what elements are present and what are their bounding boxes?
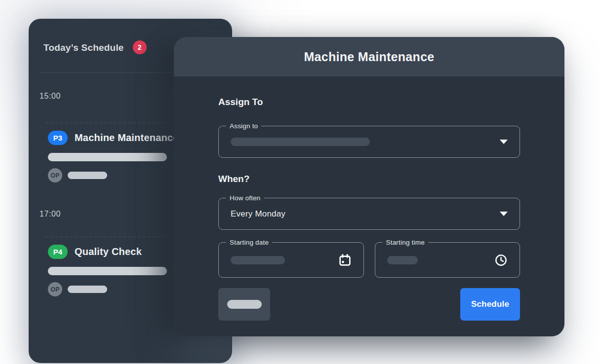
modal-actions: Schedule [218,288,520,321]
modal-body: Assign To Assign to When? How often Ever… [174,76,564,321]
starting-date-field[interactable]: Starting date [218,242,364,278]
notification-badge: 2 [133,40,147,54]
priority-badge: P4 [48,245,68,259]
field-label: Starting date [226,238,272,247]
skeleton-text-bar [68,286,107,293]
schedule-button[interactable]: Schedule [460,288,520,321]
skeleton-label-bar [227,300,262,309]
timeline-divider [45,236,165,237]
calendar-icon[interactable] [338,254,352,267]
panel-title: Today’s Schedule [43,42,124,53]
field-label: Assign to [226,121,261,131]
section-heading-when: When? [218,173,520,184]
secondary-skeleton-button[interactable] [218,288,270,321]
skeleton-text-bar [48,153,167,161]
event-title: Machine Maintenance [75,132,179,144]
skeleton-text-bar [68,172,107,179]
how-often-value: Every Monday [231,209,285,219]
schedule-task-modal: Machine Maintenance Assign To Assign to … [174,37,564,336]
starting-time-field[interactable]: Starting time [375,242,521,278]
chevron-down-icon [500,212,508,216]
avatar: OP [48,282,62,296]
avatar: OP [48,168,62,182]
page-background: Today’s Schedule 2 15:00 P3 Machine Main… [0,0,601,364]
field-label: Starting time [383,238,428,247]
priority-badge: P3 [48,131,68,145]
modal-title: Machine Maintenance [304,50,434,64]
assign-to-select[interactable]: Assign to [218,126,520,158]
timeline-divider [45,122,165,123]
modal-header: Machine Maintenance [174,37,564,76]
skeleton-value-bar [231,256,285,264]
chevron-down-icon [500,140,508,144]
section-heading-assign: Assign To [218,96,520,108]
skeleton-value-bar [231,138,370,146]
how-often-select[interactable]: How often Every Monday [218,198,520,230]
clock-icon[interactable] [494,254,508,267]
event-title: Quality Check [75,246,142,257]
skeleton-value-bar [387,256,418,264]
field-label: How often [226,193,264,203]
skeleton-text-bar [48,267,167,275]
date-time-row: Starting date Starting time [218,242,520,278]
